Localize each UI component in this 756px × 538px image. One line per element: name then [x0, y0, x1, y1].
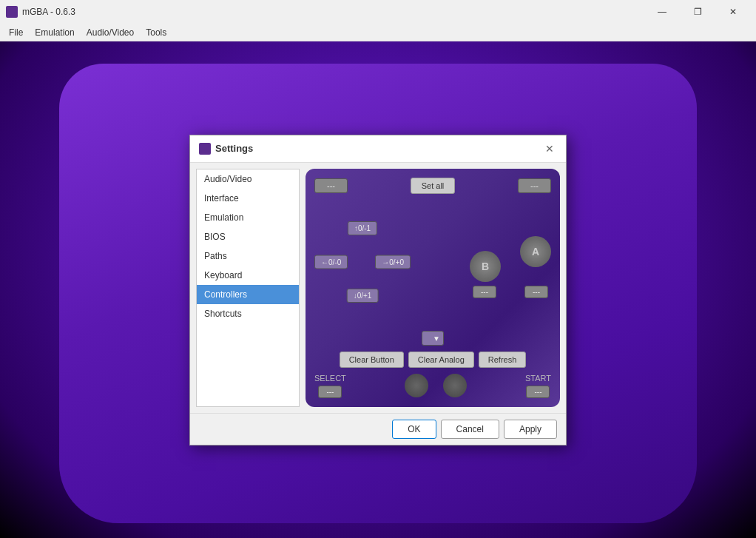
select-label: SELECT	[314, 374, 346, 383]
menu-file[interactable]: File	[3, 26, 29, 39]
action-buttons-row: Clear Button Clear Analog Refresh	[314, 352, 551, 368]
ok-button[interactable]: OK	[392, 420, 436, 439]
start-side: START ---	[525, 374, 551, 398]
sidebar-item-paths[interactable]: Paths	[197, 246, 299, 266]
app-title: mGBA - 0.6.3	[22, 7, 645, 17]
clear-button-button[interactable]: Clear Button	[340, 352, 404, 368]
sidebar-item-keyboard[interactable]: Keyboard	[197, 266, 299, 285]
clear-analog-button[interactable]: Clear Analog	[408, 352, 474, 368]
shoulder-row: --- Set all ---	[314, 178, 551, 194]
start-label: START	[525, 374, 551, 383]
dialog-overlay: Settings ✕ Audio/Video Interface Emulati…	[0, 41, 756, 538]
controller-select[interactable]	[422, 331, 444, 346]
dpad-right-area: →0/+0	[375, 255, 411, 269]
left-joystick-circle[interactable]	[405, 374, 428, 397]
face-buttons-container: A B --- ---	[470, 229, 551, 295]
dpad-left-area: ←0/-0	[314, 255, 348, 269]
select-side: SELECT ---	[314, 374, 346, 398]
face-a-binding-button[interactable]: ---	[524, 286, 548, 298]
dialog-title: Settings	[215, 143, 253, 154]
settings-sidebar: Audio/Video Interface Emulation BIOS Pat…	[196, 169, 300, 407]
minimize-button[interactable]: —	[645, 0, 679, 24]
titlebar: mGBA - 0.6.3 — ❐ ✕	[0, 0, 756, 24]
dialog-body: Audio/Video Interface Emulation BIOS Pat…	[190, 163, 566, 413]
app-icon	[6, 6, 18, 18]
set-all-button[interactable]: Set all	[411, 178, 456, 194]
face-a-label: A	[532, 246, 539, 258]
joystick-area	[346, 374, 525, 397]
apply-button[interactable]: Apply	[504, 420, 557, 439]
menu-audio-video[interactable]: Audio/Video	[81, 26, 141, 39]
right-joystick	[443, 374, 467, 397]
middle-area: ↑0/-1 ←0/-0 →0/+0 ↓0/+1	[314, 200, 551, 325]
dpad-up-area: ↑0/-1	[348, 221, 377, 235]
dpad-up-button[interactable]: ↑0/-1	[348, 221, 377, 235]
dialog-titlebar: Settings ✕	[190, 135, 566, 163]
face-button-a[interactable]: A	[520, 236, 551, 267]
menubar: File Emulation Audio/Video Tools	[0, 24, 756, 41]
select-binding-button[interactable]: ---	[318, 386, 342, 398]
refresh-button[interactable]: Refresh	[479, 352, 527, 368]
dpad-right-button[interactable]: →0/+0	[375, 255, 411, 269]
window-controls: — ❐ ✕	[645, 0, 750, 24]
right-joystick-circle[interactable]	[443, 374, 467, 397]
dialog-icon	[199, 143, 211, 155]
shoulder-left-button[interactable]: ---	[314, 178, 348, 193]
menu-tools[interactable]: Tools	[140, 26, 172, 39]
controller-dropdown-row: ▼	[314, 331, 551, 346]
dpad-left-button[interactable]: ←0/-0	[314, 255, 348, 269]
menu-emulation[interactable]: Emulation	[29, 26, 80, 39]
dpad-container: ↑0/-1 ←0/-0 →0/+0 ↓0/+1	[314, 221, 411, 303]
sidebar-item-shortcuts[interactable]: Shortcuts	[197, 304, 299, 323]
shoulder-right-button[interactable]: ---	[518, 178, 551, 193]
bottom-row: SELECT --- START ---	[314, 374, 551, 398]
sidebar-item-bios[interactable]: BIOS	[197, 227, 299, 246]
sidebar-item-controllers[interactable]: Controllers	[197, 285, 299, 304]
controller-select-wrapper: ▼	[422, 331, 444, 346]
dialog-footer: OK Cancel Apply	[190, 413, 566, 445]
maximize-button[interactable]: ❐	[681, 0, 715, 24]
face-b-label: B	[482, 260, 489, 272]
controller-panel: --- Set all --- ↑0/-1 ←0/-0	[306, 169, 560, 407]
sidebar-item-audio-video[interactable]: Audio/Video	[197, 169, 299, 189]
sidebar-item-interface[interactable]: Interface	[197, 189, 299, 208]
close-button[interactable]: ✕	[716, 0, 750, 24]
face-button-b[interactable]: B	[470, 251, 501, 282]
sidebar-item-emulation[interactable]: Emulation	[197, 208, 299, 227]
left-joystick	[405, 374, 428, 397]
dialog-title-left: Settings	[199, 143, 253, 155]
dpad-down-button[interactable]: ↓0/+1	[347, 289, 379, 303]
face-b-binding-button[interactable]: ---	[473, 286, 496, 298]
dialog-close-button[interactable]: ✕	[542, 141, 557, 156]
start-binding-button[interactable]: ---	[526, 386, 550, 398]
dpad-down-area: ↓0/+1	[347, 289, 379, 303]
settings-dialog: Settings ✕ Audio/Video Interface Emulati…	[189, 135, 567, 445]
cancel-button[interactable]: Cancel	[441, 420, 499, 439]
